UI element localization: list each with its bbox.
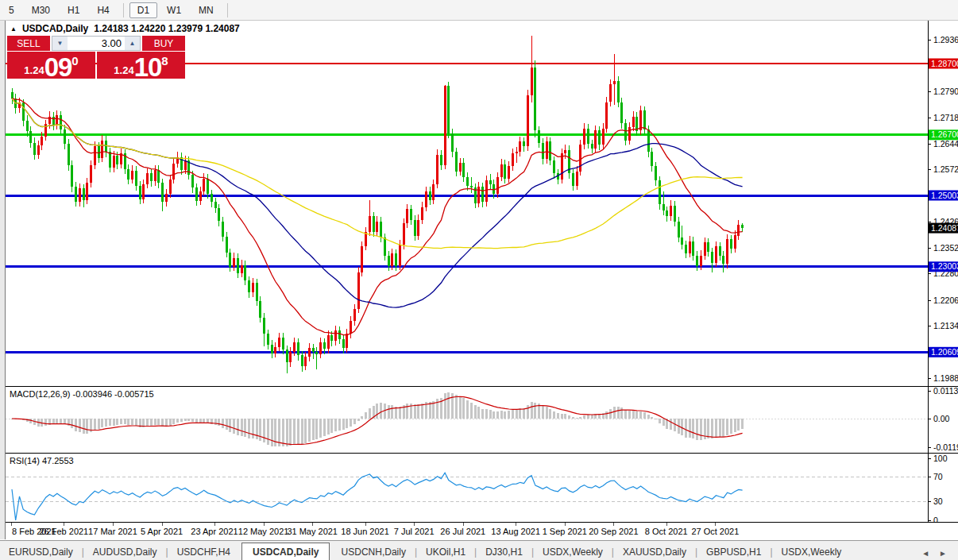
volume-increase-icon[interactable]: ▲: [125, 37, 140, 50]
svg-text:1.23520: 1.23520: [933, 243, 958, 253]
svg-text:1.19880: 1.19880: [933, 373, 958, 383]
svg-text:100: 100: [933, 454, 948, 463]
svg-text:1.22060: 1.22060: [933, 295, 958, 305]
chart-symbol-label: USDCAD,Daily: [22, 23, 88, 34]
timeframe-button-m30[interactable]: M30: [24, 2, 58, 18]
one-click-trading-widget: SELL ▼ 3.00 ▲ BUY 1.24090 1.24108: [7, 36, 185, 79]
svg-text:0: 0: [933, 516, 938, 523]
chart-tab-dj30-h1[interactable]: DJ30,H1: [477, 543, 531, 560]
date-label: 12 May 2021: [238, 527, 289, 536]
date-tick: [613, 523, 614, 526]
svg-text:0.00: 0.00: [933, 414, 950, 423]
date-tick: [463, 523, 464, 526]
svg-text:1.26700: 1.26700: [931, 129, 958, 139]
chart-tab-gbpusd-h1[interactable]: GBPUSD,H1: [697, 543, 770, 560]
macd-indicator-label: MACD(12,26,9) -0.003946 -0.005715: [10, 389, 154, 399]
date-label: 5 Apr 2021: [141, 527, 183, 536]
volume-input[interactable]: 3.00: [68, 37, 125, 50]
date-label: 31 May 2021: [287, 527, 338, 536]
date-tick: [516, 523, 516, 526]
date-label: 18 Jun 2021: [341, 527, 389, 536]
rsi-pane[interactable]: RSI(14) 47.2553 10070300: [6, 454, 958, 522]
date-tick: [113, 523, 114, 526]
date-label: 17 Mar 2021: [88, 527, 137, 536]
date-label: 1 Sep 2021: [543, 527, 587, 536]
sell-price-point: 0: [71, 55, 78, 67]
svg-text:1.20609: 1.20609: [931, 347, 958, 357]
chart-tab-eurusd-daily[interactable]: EURUSD,Daily: [0, 543, 82, 560]
timeframe-button-d1[interactable]: D1: [129, 2, 157, 18]
chart-tab-usdx-weekly[interactable]: USDX,Weekly: [773, 543, 851, 560]
svg-text:70: 70: [933, 472, 943, 481]
buy-price-prefix: 1.24: [114, 65, 133, 75]
sell-price-panel[interactable]: 1.24090: [7, 52, 95, 79]
chart-marker-icon: ▲: [10, 25, 17, 33]
chart-tab-bar: EURUSD,Daily|AUDUSD,Daily|USDCHF,H4|USDC…: [0, 540, 958, 560]
date-label: 13 Aug 2021: [491, 527, 540, 536]
timeframe-button-m5[interactable]: 5: [1, 2, 22, 18]
price-chart-pane[interactable]: ▲ USDCAD,Daily 1.24183 1.24220 1.23979 1…: [6, 21, 958, 386]
chart-tab-usdchf-h4[interactable]: USDCHF,H4: [168, 543, 239, 560]
date-label: 23 Apr 2021: [191, 527, 238, 536]
date-tick: [365, 523, 366, 526]
svg-text:1.26440: 1.26440: [933, 139, 958, 149]
mt4-terminal: 5 M30 H1 H4 D1 W1 MN ▲ USDCAD,Daily 1.24…: [0, 0, 958, 560]
svg-text:-0.01190: -0.01190: [933, 442, 958, 452]
date-tick: [715, 523, 716, 526]
date-tick: [162, 523, 163, 526]
buy-price-pips: 10: [134, 56, 162, 78]
tabs-scroll-left-icon[interactable]: ◄: [921, 549, 929, 558]
sell-price-prefix: 1.24: [24, 65, 44, 75]
chart-tab-audusd-daily[interactable]: AUDUSD,Daily: [84, 543, 166, 560]
date-tick: [64, 523, 64, 526]
sell-price-pips: 09: [44, 56, 72, 78]
timeframe-button-h4[interactable]: H4: [89, 2, 117, 18]
toolbar-separator: [123, 3, 124, 17]
svg-text:30: 30: [933, 496, 943, 506]
chart-window: ▲ USDCAD,Daily 1.24183 1.24220 1.23979 1…: [0, 21, 958, 539]
macd-pane[interactable]: MACD(12,26,9) -0.003946 -0.005715 0.0113…: [6, 387, 958, 453]
timeframe-button-w1[interactable]: W1: [159, 2, 189, 18]
date-tick: [565, 523, 566, 526]
timeframe-toolbar: 5 M30 H1 H4 D1 W1 MN: [0, 0, 958, 21]
svg-text:0.01135: 0.01135: [933, 387, 958, 396]
chart-tab-usdx-weekly[interactable]: USDX,Weekly: [534, 543, 612, 560]
chart-tab-ukoil-h1[interactable]: UKOil,H1: [417, 543, 474, 560]
date-label: 20 Sep 2021: [589, 527, 638, 536]
svg-text:1.27900: 1.27900: [933, 87, 958, 96]
svg-text:1.27180: 1.27180: [933, 113, 958, 122]
svg-text:1.25720: 1.25720: [933, 164, 958, 174]
svg-text:1.24087: 1.24087: [931, 223, 958, 233]
svg-text:1.28700: 1.28700: [931, 59, 958, 68]
chart-ohlc-values: 1.24183 1.24220 1.23979 1.24087: [94, 23, 240, 34]
svg-text:1.23003: 1.23003: [931, 261, 958, 271]
date-tick: [264, 523, 265, 526]
timeframe-button-h1[interactable]: H1: [60, 2, 87, 18]
svg-text:1.21340: 1.21340: [933, 321, 958, 330]
chart-title: ▲ USDCAD,Daily 1.24183 1.24220 1.23979 1…: [10, 23, 240, 34]
buy-button[interactable]: BUY: [142, 36, 185, 51]
date-tick: [312, 523, 313, 526]
rsi-chart[interactable]: 10070300: [6, 454, 958, 522]
toolbar-separator: [227, 3, 228, 17]
date-label: 26 Jul 2021: [440, 527, 485, 536]
svg-text:1.25003: 1.25003: [931, 191, 958, 200]
rsi-indicator-label: RSI(14) 47.2553: [10, 456, 74, 465]
date-tick: [214, 523, 215, 526]
date-label: 26 Feb 2021: [39, 527, 88, 536]
tabs-scroll-right-icon[interactable]: ►: [939, 549, 947, 558]
buy-price-point: 8: [161, 55, 168, 67]
date-tick: [666, 523, 667, 526]
volume-stepper: ▼ 3.00 ▲: [52, 36, 141, 51]
date-axis: 8 Feb 202126 Feb 202117 Mar 20215 Apr 20…: [6, 523, 958, 539]
chart-tab-usdcnh-daily[interactable]: USDCNH,Daily: [333, 543, 415, 560]
sell-button[interactable]: SELL: [7, 36, 50, 51]
buy-price-panel[interactable]: 1.24108: [97, 52, 185, 79]
date-label: 27 Oct 2021: [691, 527, 739, 536]
chart-tab-xauusd-daily[interactable]: XAUUSD,Daily: [614, 543, 695, 560]
date-tick: [11, 523, 12, 526]
timeframe-button-mn[interactable]: MN: [191, 2, 222, 18]
chart-tab-usdcad-daily[interactable]: USDCAD,Daily: [241, 543, 330, 560]
svg-text:1.29360: 1.29360: [933, 35, 958, 44]
volume-decrease-icon[interactable]: ▼: [52, 37, 68, 50]
